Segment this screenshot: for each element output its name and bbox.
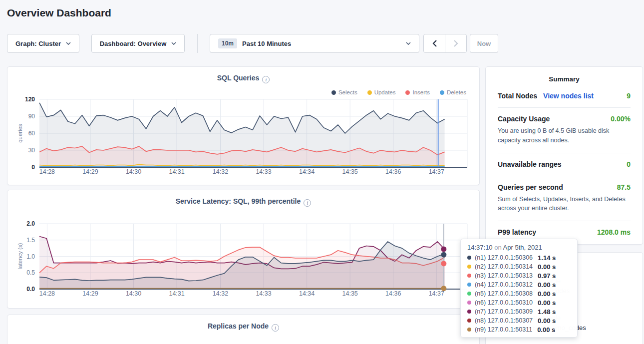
node-address: (n8) 127.0.0.1:50307 [475,317,533,324]
service-latency-chart[interactable]: 0.00.51.01.52.014:2814:2914:3014:3114:32… [7,220,474,297]
svg-text:0.0: 0.0 [26,286,35,293]
svg-text:14:31: 14:31 [169,168,184,175]
svg-text:14:28: 14:28 [39,168,55,175]
node-latency-value: 0.00 s [538,299,556,307]
summary-row-queries-per-second: Queries per second 87.5 Sum of Selects, … [498,176,631,222]
capacity-usage-description: You are using 0 B of 4.5 GiB usable disk… [498,126,631,145]
node-color-dot [467,265,471,269]
svg-text:14:34: 14:34 [299,290,315,297]
legend-label: Selects [338,89,357,95]
replicas-per-node-panel: Replicas per Nodei [7,315,480,344]
svg-text:14:29: 14:29 [82,290,98,297]
queries-per-second-description: Sum of Selects, Updates, Inserts, and De… [498,195,631,214]
legend-item-inserts[interactable]: Inserts [405,89,430,95]
service-latency-title: Service Latency: SQL, 99th percentilei [7,190,479,207]
node-latency-value: 1.48 s [538,308,556,316]
queries-per-second-value: 87.5 [617,183,631,191]
summary-row-capacity-usage: Capacity Usage 0.00% You are using 0 B o… [498,108,631,153]
time-range-dropdown[interactable]: 10m Past 10 Minutes [210,34,419,53]
node-color-dot [467,292,471,296]
p99-latency-label: P99 latency [498,228,536,236]
legend-item-deletes[interactable]: Deletes [440,89,466,95]
node-latency-value: 1.14 s [538,254,556,262]
p99-latency-value: 1208.0 ms [597,228,631,236]
chevron-left-icon [432,40,437,47]
chevron-down-icon [171,42,176,45]
svg-text:14:35: 14:35 [342,168,358,175]
node-address: (n1) 127.0.0.1:50306 [475,254,533,261]
dashboard-selector-dropdown[interactable]: Dashboard: Overview [91,34,185,53]
page-title: Overview Dashboard [7,7,111,19]
legend-item-selects[interactable]: Selects [331,89,357,95]
svg-text:0: 0 [31,164,35,171]
svg-text:120: 120 [25,96,35,103]
svg-text:0.5: 0.5 [26,269,35,276]
node-address: (n5) 127.0.0.1:50308 [475,290,533,297]
svg-text:14:35: 14:35 [342,290,358,297]
node-latency-value: 0.00 s [538,281,556,289]
tooltip-node-row: (n7) 127.0.0.1:503091.48 s [467,307,571,316]
svg-text:14:36: 14:36 [385,168,401,175]
sql-queries-title: SQL Queriesi [7,67,479,83]
node-latency-value: 0.00 s [537,326,555,334]
legend-dot [367,90,372,95]
node-color-dot [467,301,471,305]
legend-label: Inserts [412,89,430,95]
tooltip-node-row: (n9) 127.0.0.1:503110.00 s [467,325,571,334]
chevron-down-icon [66,42,71,45]
view-nodes-list-link[interactable]: View nodes list [543,92,594,100]
time-next-button[interactable] [445,34,467,53]
svg-text:14:29: 14:29 [82,168,98,175]
unavailable-ranges-label: Unavailable ranges [498,160,562,168]
tooltip-node-row: (n4) 127.0.0.1:503120.00 s [467,280,571,289]
node-color-dot [467,328,471,332]
node-color-dot [467,283,471,287]
svg-text:14:37: 14:37 [429,168,444,175]
tooltip-node-row: (n1) 127.0.0.1:503061.14 s [467,253,571,262]
sql-queries-chart[interactable]: 030609012014:2814:2914:3014:3114:3214:33… [7,95,474,175]
node-latency-value: 0.97 s [538,272,556,280]
legend-item-updates[interactable]: Updates [367,89,396,95]
svg-text:14:37: 14:37 [429,290,444,297]
tooltip-node-row: (n5) 127.0.0.1:503080.00 s [467,289,571,298]
now-button[interactable]: Now [470,34,498,53]
replicas-per-node-title: Replicas per Nodei [7,315,479,332]
info-icon[interactable]: i [262,76,270,83]
node-address: (n2) 127.0.0.1:50314 [475,263,533,270]
time-prev-button[interactable] [423,34,445,53]
graph-selector-dropdown[interactable]: Graph: Cluster [7,34,79,53]
sql-queries-panel: SQL Queriesi SelectsUpdatesInsertsDelete… [7,66,480,185]
chevron-right-icon [454,40,458,47]
node-latency-value: 0.00 s [538,317,556,325]
svg-text:14:30: 14:30 [126,168,141,175]
legend-label: Updates [374,89,396,95]
unavailable-ranges-value: 0 [627,160,631,168]
info-icon[interactable]: i [304,199,311,207]
summary-row-unavailable-ranges: Unavailable ranges 0 [498,153,631,176]
total-nodes-label: Total Nodes [498,92,537,100]
svg-text:1.5: 1.5 [26,237,35,244]
svg-text:14:36: 14:36 [385,290,401,297]
capacity-usage-value: 0.00% [611,115,631,123]
svg-text:14:32: 14:32 [213,290,228,297]
summary-title: Summary [498,67,631,85]
chart-hover-tooltip: 14:37:10 on Apr 5th, 2021 (n1) 127.0.0.1… [460,239,578,338]
svg-text:14:34: 14:34 [299,168,315,175]
node-address: (n4) 127.0.0.1:50312 [475,281,533,288]
capacity-usage-label: Capacity Usage [498,115,550,123]
node-color-dot [467,256,471,260]
svg-text:14:33: 14:33 [256,290,271,297]
node-address: (n6) 127.0.0.1:50310 [475,299,533,306]
legend-dot [405,90,410,95]
tooltip-node-row: (n8) 127.0.0.1:503070.00 s [467,316,571,325]
node-latency-value: 0.00 s [538,263,556,271]
svg-text:14:33: 14:33 [256,168,271,175]
node-latency-value: 0.00 s [538,290,556,298]
node-color-dot [467,319,471,323]
node-address: (n3) 127.0.0.1:50313 [475,272,533,279]
info-icon[interactable]: i [272,324,279,332]
tooltip-node-row: (n3) 127.0.0.1:503130.97 s [467,271,571,280]
svg-text:60: 60 [28,130,35,137]
svg-text:1.0: 1.0 [26,253,35,260]
svg-text:2.0: 2.0 [26,220,35,227]
